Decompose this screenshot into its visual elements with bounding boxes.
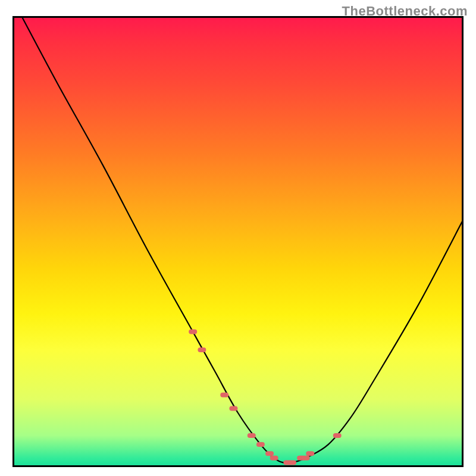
marker-dot [229, 406, 237, 411]
curve-svg [12, 16, 464, 467]
plot-background [12, 16, 464, 467]
marker-dot [220, 393, 228, 397]
marker-dot [333, 433, 342, 438]
marker-dot [189, 330, 197, 334]
marker-dot [256, 442, 265, 447]
marker-dot [288, 460, 296, 465]
marker-dot [265, 451, 274, 456]
marker-dot [248, 433, 256, 438]
marker-dot [270, 456, 278, 461]
marker-dot [306, 451, 314, 456]
marker-dot [302, 456, 310, 461]
bottleneck-curve [21, 16, 464, 463]
marker-dot [198, 347, 206, 352]
chart-container: TheBottleneck.com [0, 0, 476, 476]
marker-group [189, 330, 342, 465]
watermark-text: TheBottleneck.com [342, 4, 468, 19]
